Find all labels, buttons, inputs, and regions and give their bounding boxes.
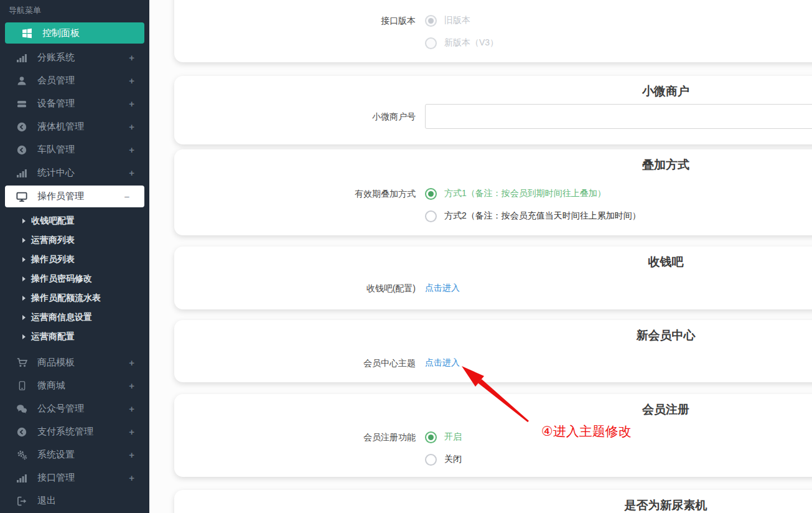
sidebar-item-system-settings[interactable]: 系统设置 + xyxy=(0,443,149,466)
sidebar-subitem-operator-config[interactable]: 运营商配置 xyxy=(0,327,149,346)
main-content: 接口版本 旧版本 新版本（V3） 小微商户 小微商户号 叠加方式 有效期叠加方式… xyxy=(149,0,812,513)
radio-new-version-v3[interactable] xyxy=(425,37,437,49)
signal-bars-icon xyxy=(16,52,27,64)
sidebar: 导航菜单 控制面板 分账系统 + 会员管理 + xyxy=(0,0,149,513)
caret-right-icon xyxy=(22,334,26,339)
sidebar-item-label: 商品模板 xyxy=(37,357,129,369)
windows-icon xyxy=(21,27,32,39)
section-title: 是否为新尿素机 xyxy=(174,497,812,513)
circle-back-icon xyxy=(16,144,27,156)
caret-right-icon xyxy=(22,238,26,243)
device-list-icon xyxy=(16,98,27,110)
sidebar-item-logout[interactable]: 退出 xyxy=(0,489,149,512)
sidebar-item-micro-mall[interactable]: 微商城 + xyxy=(0,374,149,397)
submenu-label: 收钱吧配置 xyxy=(31,215,75,227)
section-title: 小微商户 xyxy=(174,83,812,100)
field-label: 会员注册功能 xyxy=(174,426,416,448)
operators-submenu: 收钱吧配置 运营商列表 操作员列表 操作员密码修改 操作员配额流水表 运营商信息… xyxy=(0,209,149,351)
card-member-register: 会员注册 会员注册功能 开启 关闭 xyxy=(174,394,812,477)
field-label: 会员中心主题 xyxy=(174,352,416,374)
caret-right-icon xyxy=(22,296,26,301)
sidebar-subitem-shouqianba-config[interactable]: 收钱吧配置 xyxy=(0,211,149,230)
section-title: 新会员中心 xyxy=(174,327,812,344)
sidebar-item-label: 统计中心 xyxy=(37,167,129,179)
card-shouqianba: 收钱吧 收钱吧(配置) 点击进入 xyxy=(174,247,812,309)
expand-plus-icon: + xyxy=(129,403,134,414)
caret-right-icon xyxy=(22,315,26,320)
expand-plus-icon: + xyxy=(129,380,134,391)
user-icon xyxy=(16,75,27,87)
section-title: 会员注册 xyxy=(174,402,812,418)
radio-option-label: 方式2（备注：按会员充值当天时间往上累加时间） xyxy=(444,210,641,222)
sidebar-item-label: 接口管理 xyxy=(37,472,129,484)
submenu-label: 操作员列表 xyxy=(31,254,75,265)
expand-plus-icon: + xyxy=(129,473,134,483)
sidebar-item-split-account[interactable]: 分账系统 + xyxy=(0,46,149,69)
sidebar-item-label: 设备管理 xyxy=(37,98,129,110)
sidebar-item-label: 操作员管理 xyxy=(37,191,124,202)
sidebar-item-label: 公众号管理 xyxy=(37,403,129,415)
expand-plus-icon: + xyxy=(129,144,134,155)
sidebar-header: 导航菜单 xyxy=(0,0,149,19)
field-label: 小微商户号 xyxy=(174,105,416,128)
caret-right-icon xyxy=(22,276,26,281)
sidebar-subitem-password-change[interactable]: 操作员密码修改 xyxy=(0,269,149,288)
radio-register-on[interactable] xyxy=(425,431,437,443)
sidebar-item-operators[interactable]: 操作员管理 – xyxy=(5,186,144,207)
radio-option-label: 开启 xyxy=(444,431,462,443)
cart-icon xyxy=(16,357,27,369)
sidebar-item-label: 液体机管理 xyxy=(37,121,129,133)
submenu-label: 运营商列表 xyxy=(31,235,75,246)
sidebar-item-official-account[interactable]: 公众号管理 + xyxy=(0,397,149,420)
annotation-text: ④进入主题修改 xyxy=(541,423,632,440)
caret-right-icon xyxy=(22,257,26,262)
sidebar-subitem-operator-info[interactable]: 运营商信息设置 xyxy=(0,308,149,327)
radio-option-label: 旧版本 xyxy=(444,15,470,26)
card-interface-version: 接口版本 旧版本 新版本（V3） xyxy=(174,0,812,62)
signal-bars-icon xyxy=(16,473,27,484)
expand-plus-icon: + xyxy=(129,167,134,178)
expand-plus-icon: + xyxy=(129,357,134,368)
member-center-theme-link[interactable]: 点击进入 xyxy=(425,357,460,369)
sidebar-item-devices[interactable]: 设备管理 + xyxy=(0,92,149,115)
sidebar-item-dashboard[interactable]: 控制面板 xyxy=(5,22,144,44)
signal-bars-icon xyxy=(16,167,27,179)
shouqianba-enter-link[interactable]: 点击进入 xyxy=(425,283,460,294)
expand-plus-icon: + xyxy=(129,121,134,132)
sidebar-subitem-quota-flow[interactable]: 操作员配额流水表 xyxy=(0,288,149,308)
sidebar-item-label: 车队管理 xyxy=(37,144,129,156)
radio-mode1[interactable] xyxy=(425,188,437,200)
radio-option-label: 方式1（备注：按会员到期时间往上叠加） xyxy=(444,188,606,199)
sidebar-item-fleet[interactable]: 车队管理 + xyxy=(0,138,149,161)
sidebar-item-interface-mgmt[interactable]: 接口管理 + xyxy=(0,466,149,489)
radio-mode2[interactable] xyxy=(425,210,437,222)
micro-merchant-number-input[interactable] xyxy=(425,104,812,129)
sidebar-item-payment-system[interactable]: 支付系统管理 + xyxy=(0,420,149,443)
wechat-icon xyxy=(16,403,27,415)
sidebar-item-stats-center[interactable]: 统计中心 + xyxy=(0,161,149,184)
sidebar-item-members[interactable]: 会员管理 + xyxy=(0,69,149,92)
radio-old-version[interactable] xyxy=(425,15,437,27)
logout-icon xyxy=(16,496,27,507)
field-label: 有效期叠加方式 xyxy=(174,182,416,205)
section-title: 叠加方式 xyxy=(174,157,812,173)
caret-right-icon xyxy=(22,219,26,224)
card-urea-machine: 是否为新尿素机 xyxy=(174,490,812,513)
submenu-label: 操作员配额流水表 xyxy=(31,293,101,304)
collapse-minus-icon: – xyxy=(124,191,129,202)
sidebar-item-product-template[interactable]: 商品模板 + xyxy=(0,351,149,374)
monitor-icon xyxy=(16,191,27,202)
sidebar-item-liquid-machine[interactable]: 液体机管理 + xyxy=(0,115,149,138)
expand-plus-icon: + xyxy=(129,449,134,460)
sidebar-item-label: 系统设置 xyxy=(37,449,129,461)
sidebar-item-label: 支付系统管理 xyxy=(37,426,129,438)
expand-plus-icon: + xyxy=(129,426,134,437)
radio-option-label: 关闭 xyxy=(444,454,462,465)
circle-back-icon xyxy=(16,121,27,133)
sidebar-item-label: 会员管理 xyxy=(37,75,129,87)
sidebar-subitem-operator-list2[interactable]: 操作员列表 xyxy=(0,250,149,269)
field-label: 接口版本 xyxy=(174,9,416,32)
radio-register-off[interactable] xyxy=(425,454,437,466)
gears-icon xyxy=(16,449,27,461)
sidebar-subitem-operator-list1[interactable]: 运营商列表 xyxy=(0,230,149,250)
